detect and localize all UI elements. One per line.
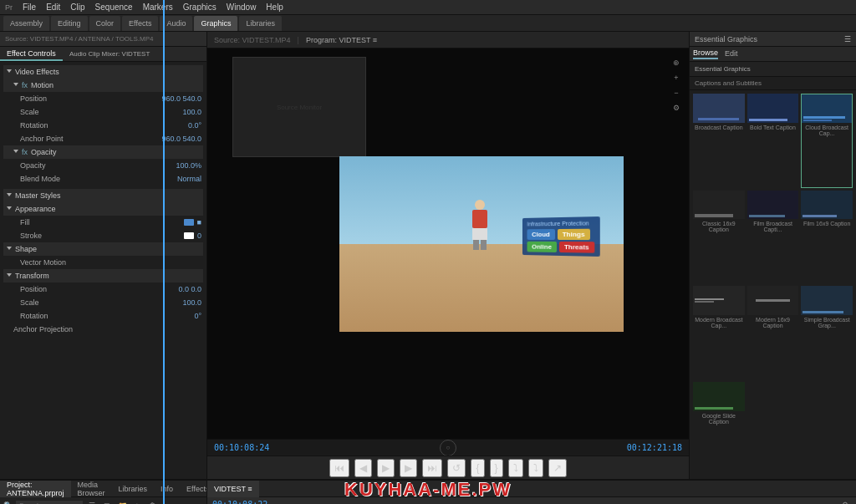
menu-edit[interactable]: Edit: [46, 3, 60, 12]
timeline-panel: VIDTEST ≡ 00:10:08:22 ⚙ +V +A ⊕ 🔗 ✂: [207, 481, 856, 504]
graphic-thumb-6[interactable]: Film 16x9 Caption: [801, 191, 853, 284]
graphic-thumb-4[interactable]: Classic 16x9 Caption: [693, 191, 745, 284]
zoom-in-icon[interactable]: +: [670, 72, 682, 84]
tab-effects[interactable]: Effects: [180, 481, 207, 497]
menu-file[interactable]: File: [23, 3, 36, 12]
tab-assembly[interactable]: Assembly: [3, 16, 49, 31]
effect-scale: Scale 100.0: [3, 105, 203, 119]
section-motion[interactable]: fx Motion: [3, 79, 203, 92]
insert-button[interactable]: ⤵: [508, 459, 523, 477]
menu-help[interactable]: Help: [266, 3, 283, 12]
tab-project[interactable]: Project: ANTENNA.prproj: [0, 481, 71, 497]
fit-zoom-icon[interactable]: ⊕: [670, 57, 682, 69]
triangle-icon-master: [7, 193, 12, 199]
triangle-icon: [7, 69, 12, 75]
section-video-effects[interactable]: Video Effects: [3, 65, 203, 79]
tab-audio[interactable]: Audio: [160, 16, 192, 31]
triangle-icon-shape: [7, 247, 12, 252]
jog-wheel-icon: ○: [440, 440, 456, 456]
playback-controls: ⏮ ◀ ▶ ▶ ⏭ ↺ { } ⤵ ⤵ ↗: [207, 456, 689, 479]
menu-sequence[interactable]: Sequence: [95, 3, 133, 12]
effect-blend-mode: Blend Mode Normal: [3, 172, 203, 186]
section-opacity[interactable]: fx Opacity: [3, 145, 203, 159]
go-to-end-button[interactable]: ⏭: [422, 459, 442, 477]
menu-graphics[interactable]: Graphics: [183, 3, 217, 12]
tab-media-browser[interactable]: Media Browser: [71, 481, 112, 497]
graphic-thumb-2[interactable]: Bold Text Caption: [747, 94, 799, 188]
graphic-buttons-row2: Online Threats: [527, 242, 595, 253]
tab-audio-clip-mixer[interactable]: Audio Clip Mixer: VIDTEST: [63, 48, 156, 59]
essential-graphics-label: Essential Graphics: [695, 65, 751, 73]
tab-vidtest-timeline[interactable]: VIDTEST ≡: [207, 481, 259, 497]
fill-color-swatch[interactable]: [184, 219, 194, 226]
graphics-thumbnails-grid: Broadcast Caption Bold Text Caption Clou…: [690, 90, 856, 479]
mark-in-button[interactable]: {: [471, 459, 484, 477]
menu-markers[interactable]: Markers: [143, 3, 173, 12]
graphic-thumb-3[interactable]: Cloud Broadcast Cap...: [801, 94, 853, 188]
tab-libraries[interactable]: Libraries: [112, 481, 155, 497]
graphic-thumb-4-label: Classic 16x9 Caption: [693, 219, 745, 234]
section-appearance[interactable]: Appearance: [3, 202, 203, 216]
graphic-thumb-9[interactable]: Simple Broadcast Grap...: [801, 286, 853, 379]
new-bin-icon[interactable]: 📁: [116, 500, 128, 505]
effect-scale2: Scale 100.0: [3, 296, 203, 309]
new-item-icon[interactable]: +: [131, 500, 143, 505]
export-button[interactable]: ↗: [548, 459, 567, 477]
timeline-header: 00:10:08:22 ⚙: [207, 497, 856, 504]
section-master[interactable]: Master Styles: [3, 189, 203, 202]
overwrite-button[interactable]: ⤵: [528, 459, 543, 477]
project-search-input[interactable]: [16, 501, 83, 504]
graphic-thumb-8-label: Modern 16x9 Caption: [747, 315, 799, 330]
section-transform[interactable]: Transform: [3, 269, 203, 283]
step-forward-button[interactable]: ▶: [400, 459, 417, 477]
tab-info[interactable]: Info: [154, 481, 180, 497]
video-person: [467, 200, 492, 250]
effect-rotation2: Rotation 0°: [3, 309, 203, 323]
graphic-btn-online: Online: [527, 242, 557, 252]
tab-browse[interactable]: Browse: [693, 48, 718, 59]
essential-graphics-menu-icon[interactable]: ☰: [844, 35, 851, 43]
graphic-thumb-5-label: Film Broadcast Capti...: [747, 219, 799, 234]
settings-icon[interactable]: ⚙: [670, 102, 682, 114]
go-to-start-button[interactable]: ⏮: [329, 459, 349, 477]
graphic-thumb-10[interactable]: Google Slide Caption: [693, 382, 745, 476]
mark-out-button[interactable]: }: [490, 459, 503, 477]
list-view-icon[interactable]: ☰: [86, 500, 98, 505]
tab-effect-controls[interactable]: Effect Controls: [0, 48, 63, 61]
tab-color[interactable]: Color: [89, 16, 121, 31]
effect-anchor: Anchor Point 960.0 540.0: [3, 132, 203, 145]
delete-icon[interactable]: 🗑: [146, 500, 158, 505]
tab-libraries[interactable]: Libraries: [239, 16, 282, 31]
graphic-thumb-8[interactable]: Modern 16x9 Caption: [747, 286, 799, 379]
section-shape[interactable]: Shape: [3, 242, 203, 256]
timeline-settings-icon[interactable]: ⚙: [839, 499, 851, 505]
tab-graphics[interactable]: Graphics: [194, 16, 237, 31]
graphic-thumb-1[interactable]: Broadcast Caption: [693, 94, 745, 188]
tab-effects[interactable]: Effects: [122, 16, 158, 31]
icon-view-icon[interactable]: ⊞: [101, 500, 113, 505]
graphic-btn-threats: Threats: [559, 242, 594, 253]
graphic-thumb-7[interactable]: Modern Broadcast Cap...: [693, 286, 745, 379]
person-body: [472, 210, 487, 228]
graphic-thumb-2-label: Bold Text Caption: [747, 123, 799, 132]
menu-window[interactable]: Window: [227, 3, 257, 12]
stroke-color-swatch[interactable]: [184, 232, 194, 239]
captions-label: Captions and Subtitles: [695, 79, 762, 87]
current-timecode: 00:10:08:24: [214, 443, 269, 452]
zoom-out-icon[interactable]: −: [670, 87, 682, 99]
effect-stroke: Stroke 0: [3, 229, 203, 242]
preview-area: Source Monitor: [207, 48, 689, 439]
effect-position: Position 960.0 540.0: [3, 92, 203, 105]
triangle-icon-motion: [13, 83, 18, 89]
effect-position2: Position 0.0 0.0: [3, 283, 203, 296]
step-back-button[interactable]: ◀: [354, 459, 372, 477]
graphic-thumb-5[interactable]: Film Broadcast Capti...: [747, 191, 799, 284]
play-pause-button[interactable]: ▶: [377, 459, 395, 477]
effect-vector-motion: Vector Motion: [3, 256, 203, 269]
tab-edit[interactable]: Edit: [725, 49, 738, 59]
loop-button[interactable]: ↺: [447, 459, 466, 477]
program-monitor-video: Infrastructure Protection Cloud Things O…: [339, 156, 624, 332]
menu-clip[interactable]: Clip: [70, 3, 84, 12]
triangle-icon-appearance: [7, 206, 12, 212]
tab-editing[interactable]: Editing: [51, 16, 88, 31]
